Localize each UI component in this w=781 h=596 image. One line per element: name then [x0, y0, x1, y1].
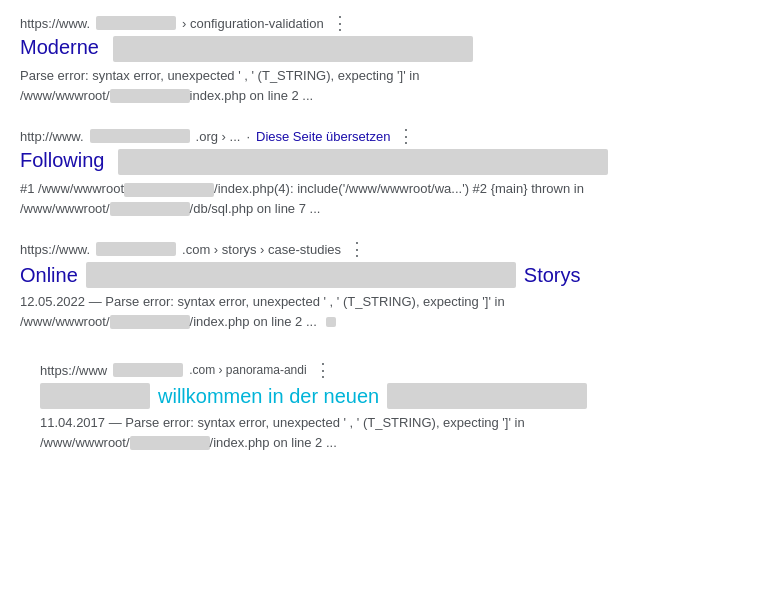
result2-snippet-redacted2	[110, 202, 190, 216]
result3-snippet-redacted	[110, 315, 190, 329]
result2-url-suffix: .org › ...	[196, 129, 241, 144]
result3-date: 12.05.2022	[20, 294, 85, 309]
result4-title-cyan: willkommen in der neuen	[158, 385, 379, 408]
result1-snippet: Parse error: syntax error, unexpected ' …	[20, 66, 761, 105]
result1-url-row: https://www. › configuration-validation …	[20, 12, 761, 34]
result2-url-redacted	[90, 129, 190, 143]
result3-title-text2: Storys	[524, 264, 581, 287]
result4-snippet-line2: /www/wwwroot//index.php on line 2 ...	[40, 435, 337, 450]
result4-snippet: 11.04.2017 — Parse error: syntax error, …	[40, 413, 765, 452]
result1-more-icon[interactable]: ⋮	[330, 12, 350, 34]
result3-title-redacted	[86, 262, 516, 288]
result2-title-row: Following	[20, 149, 761, 175]
result4-url-prefix: https://www	[40, 363, 107, 378]
result4-title-link[interactable]: willkommen in der neuen	[40, 383, 587, 409]
result1-title-link[interactable]: Moderne	[20, 36, 473, 62]
search-result-1: https://www. › configuration-validation …	[16, 12, 765, 105]
result1-snippet-line2: /www/wwwroot/index.php on line 2 ...	[20, 88, 313, 103]
result4-date: 11.04.2017	[40, 415, 105, 430]
result2-snippet: #1 /www/wwwroot/index.php(4): include('/…	[20, 179, 761, 218]
result2-title-text: Following	[20, 149, 104, 171]
result3-small-redacted	[326, 317, 336, 327]
result2-separator: ·	[246, 129, 250, 144]
result1-url-prefix: https://www.	[20, 16, 90, 31]
result3-more-icon[interactable]: ⋮	[347, 238, 367, 260]
result2-title-redacted	[118, 149, 608, 175]
result4-url-suffix: .com › panorama-andi	[189, 363, 306, 377]
result3-url-suffix: .com › storys › case-studies	[182, 242, 341, 257]
result3-title-text1: Online	[20, 264, 78, 287]
result4-url-redacted	[113, 363, 183, 377]
result1-title-text: Moderne	[20, 36, 99, 58]
result4-snippet-line1: — Parse error: syntax error, unexpected …	[109, 415, 525, 430]
result3-url-row: https://www..com › storys › case-studies…	[20, 238, 761, 260]
result3-url-prefix: https://www.	[20, 242, 90, 257]
search-result-4: https://www.com › panorama-andi ⋮ willko…	[40, 351, 765, 460]
search-result-3: https://www..com › storys › case-studies…	[16, 238, 765, 331]
result3-title-row: Online Storys	[20, 262, 761, 288]
result1-title-redacted	[113, 36, 473, 62]
result4-title-redacted2	[387, 383, 587, 409]
result2-url-prefix: http://www.	[20, 129, 84, 144]
result2-snippet-line2: /www/wwwroot//db/sql.php on line 7 ...	[20, 201, 320, 216]
result4-title-redacted1	[40, 383, 150, 409]
result2-more-icon[interactable]: ⋮	[396, 125, 416, 147]
result2-title-link[interactable]: Following	[20, 149, 608, 175]
result3-snippet-line1: — Parse error: syntax error, unexpected …	[89, 294, 505, 309]
result3-title-link[interactable]: Online Storys	[20, 262, 581, 288]
result2-snippet-redacted1	[124, 183, 214, 197]
result4-more-icon[interactable]: ⋮	[313, 359, 333, 381]
result1-snippet-line1: Parse error: syntax error, unexpected ' …	[20, 68, 419, 83]
result1-url-suffix: › configuration-validation	[182, 16, 324, 31]
result3-url-redacted	[96, 242, 176, 256]
result4-snippet-redacted	[130, 436, 210, 450]
result3-snippet-line2: /www/wwwroot//index.php on line 2 ...	[20, 314, 317, 329]
result3-snippet: 12.05.2022 — Parse error: syntax error, …	[20, 292, 761, 331]
result4-title-row: willkommen in der neuen	[40, 383, 765, 409]
result2-url-row: http://www..org › ... · Diese Seite über…	[20, 125, 761, 147]
result2-snippet-line1: #1 /www/wwwroot/index.php(4): include('/…	[20, 181, 584, 196]
result1-url-redacted	[96, 16, 176, 30]
result1-title-row: Moderne	[20, 36, 761, 62]
result2-translate-link[interactable]: Diese Seite übersetzen	[256, 129, 390, 144]
result4-url-row: https://www.com › panorama-andi ⋮	[40, 359, 765, 381]
result1-snippet-redacted	[110, 89, 190, 103]
search-result-2: http://www..org › ... · Diese Seite über…	[16, 125, 765, 218]
